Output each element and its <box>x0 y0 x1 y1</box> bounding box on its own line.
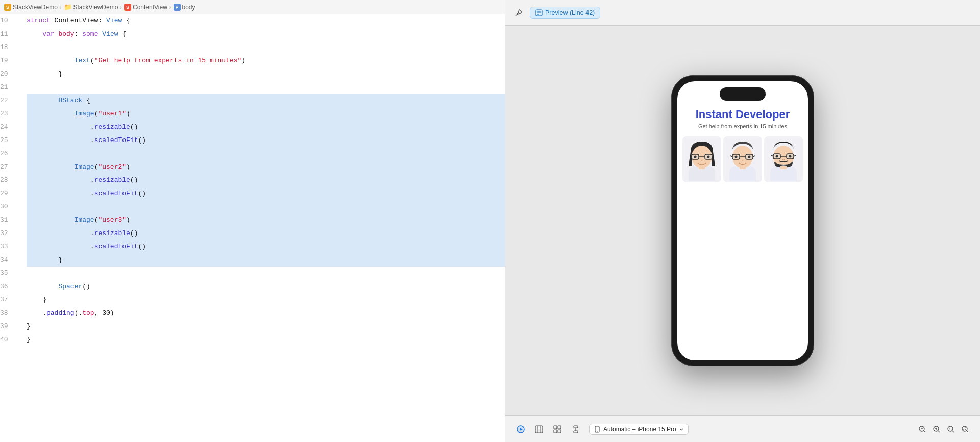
code-line: Text("Get help from experts in 15 minute… <box>27 54 505 67</box>
code-token: () <box>138 240 146 253</box>
inspector-button[interactable] <box>532 422 546 436</box>
code-token: () <box>130 227 138 240</box>
code-line: } <box>27 333 505 346</box>
code-token: Image <box>75 214 94 227</box>
code-line: struct ContentView: View { <box>27 14 505 28</box>
line-number: 37 <box>0 293 20 307</box>
code-line <box>27 267 505 280</box>
breadcrumb-folder-label: StackViewDemo <box>74 4 118 11</box>
code-token: () <box>130 174 138 187</box>
svg-text:1:1: 1:1 <box>949 427 954 430</box>
code-token <box>27 107 75 121</box>
preview-line-button[interactable]: Preview (Line 42) <box>530 7 600 19</box>
code-line: .resizable() <box>27 121 505 134</box>
line-number: 28 <box>0 174 20 187</box>
code-token <box>27 54 75 67</box>
line-number: 39 <box>0 320 20 333</box>
code-area: 1011181920212223242526272829303132333435… <box>0 14 505 442</box>
svg-line-55 <box>967 431 968 432</box>
device-selector-label: Automatic – iPhone 15 Pro <box>603 426 676 433</box>
svg-point-27 <box>776 155 778 157</box>
code-token: var <box>42 28 58 41</box>
code-token <box>27 280 58 293</box>
svg-line-53 <box>952 431 954 432</box>
code-token: { <box>86 94 90 107</box>
code-token: () <box>138 134 146 147</box>
line-number: 40 <box>0 333 20 346</box>
preview-toolbar: Preview (Line 42) <box>505 0 980 26</box>
folder-icon: 📁 <box>64 3 72 11</box>
code-line: Image("user1") <box>27 107 505 121</box>
code-token: . <box>27 240 94 253</box>
iphone-screen: Instant Developer Get help from experts … <box>677 81 808 360</box>
preview-label-text: Preview (Line 42) <box>545 9 595 16</box>
avatar-user3 <box>764 136 803 182</box>
breadcrumb-symbol[interactable]: P body <box>174 4 195 11</box>
code-token: resizable <box>94 227 130 240</box>
settings-button[interactable] <box>569 422 583 436</box>
code-token: ) <box>241 54 246 67</box>
code-token: (. <box>75 307 83 320</box>
code-token: . <box>27 134 94 147</box>
code-token: 30) <box>102 307 114 320</box>
breadcrumb-folder[interactable]: 📁 StackViewDemo <box>64 3 118 11</box>
code-token: ContentView: <box>55 14 106 28</box>
zoom-in-button[interactable] <box>930 423 943 436</box>
svg-rect-40 <box>574 431 578 433</box>
device-selector[interactable]: Automatic – iPhone 15 Pro <box>589 424 689 435</box>
breadcrumb-sep-2: › <box>120 4 122 10</box>
code-token: Image <box>75 107 94 121</box>
code-token: scaledToFit <box>94 187 138 200</box>
line-number: 31 <box>0 214 20 227</box>
swift-icon: S <box>124 4 131 11</box>
svg-rect-29 <box>780 166 787 169</box>
svg-rect-37 <box>554 430 557 433</box>
code-line: HStack { <box>27 94 505 107</box>
code-token: struct <box>27 14 55 28</box>
code-token: Text <box>75 54 90 67</box>
svg-line-46 <box>924 431 925 432</box>
play-button[interactable] <box>513 422 528 436</box>
code-token: { <box>122 28 126 41</box>
line-number: 22 <box>0 94 20 107</box>
code-token: ) <box>126 214 130 227</box>
code-token: . <box>27 227 94 240</box>
code-line: Image("user3") <box>27 214 505 227</box>
code-token: } <box>27 253 62 267</box>
code-token: () <box>130 121 138 134</box>
grid-button[interactable] <box>550 422 565 436</box>
code-token: HStack <box>58 94 86 107</box>
zoom-out-button[interactable] <box>916 423 929 436</box>
breadcrumb-sep-3: › <box>169 4 172 10</box>
code-token: } <box>27 320 31 333</box>
code-token: "user1" <box>98 107 126 121</box>
zoom-actual-button[interactable]: 1:1 <box>944 423 958 436</box>
code-line <box>27 147 505 160</box>
breadcrumb-project[interactable]: S StackViewDemo <box>4 4 58 11</box>
svg-point-18 <box>735 155 738 158</box>
zoom-fit-button[interactable] <box>959 423 972 436</box>
svg-point-43 <box>597 431 598 432</box>
line-number: 35 <box>0 267 20 280</box>
code-line: .padding(.top, 30) <box>27 307 505 320</box>
avatar-user1 <box>682 136 721 182</box>
breadcrumb-file[interactable]: S ContentView <box>124 4 167 11</box>
code-token: resizable <box>94 174 130 187</box>
avatar-user2 <box>723 136 762 182</box>
pin-button[interactable] <box>511 6 526 20</box>
code-line: } <box>27 253 505 267</box>
line-number: 24 <box>0 121 20 134</box>
code-content[interactable]: struct ContentView: View { var body: som… <box>24 14 505 442</box>
line-number: 32 <box>0 227 20 240</box>
code-token: "user2" <box>98 160 126 174</box>
code-line: } <box>27 293 505 307</box>
code-token: scaledToFit <box>94 240 138 253</box>
svg-point-54 <box>962 426 967 431</box>
breadcrumb-sep-1: › <box>60 4 62 10</box>
breadcrumb-project-label: StackViewDemo <box>13 4 58 11</box>
svg-rect-11 <box>699 166 705 169</box>
code-token: ( <box>94 214 99 227</box>
code-token: : <box>75 28 83 41</box>
svg-rect-39 <box>574 426 578 428</box>
code-token: , <box>94 307 103 320</box>
